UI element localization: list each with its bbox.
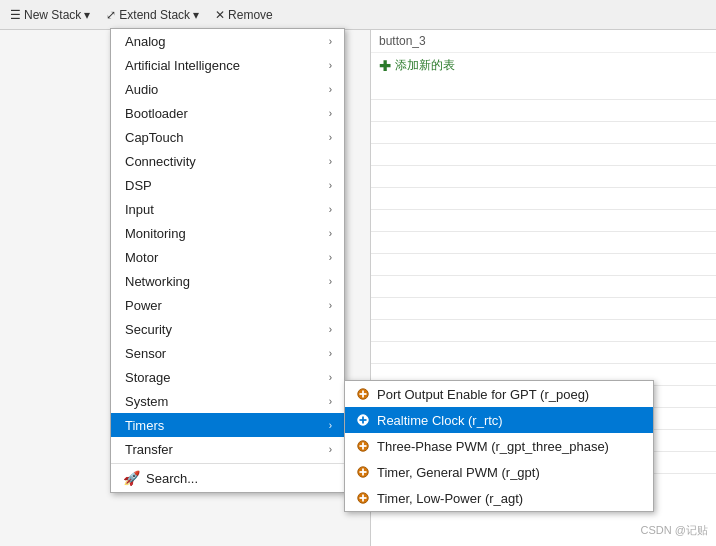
svg-rect-5: [362, 417, 364, 424]
menu-item-captouch[interactable]: CapTouch›: [111, 125, 344, 149]
menu-item-system[interactable]: System›: [111, 389, 344, 413]
toolbar: ☰ New Stack ▾ ⤢ Extend Stack ▾ ✕ Remove: [0, 0, 716, 30]
submenu-item-label: Three-Phase PWM (r_gpt_three_phase): [377, 439, 609, 454]
new-stack-button[interactable]: ☰ New Stack ▾: [4, 6, 96, 24]
extend-stack-icon: ⤢: [106, 8, 116, 22]
submenu-item-label: Timer, General PWM (r_gpt): [377, 465, 540, 480]
svg-rect-14: [362, 495, 364, 502]
gear-icon: [355, 386, 371, 402]
add-icon: ✚: [379, 58, 391, 74]
submenu-item-port[interactable]: Port Output Enable for GPT (r_poeg): [345, 381, 653, 407]
menu-item-power[interactable]: Power›: [111, 293, 344, 317]
menu-item-label: Input: [125, 202, 154, 217]
dropdown-arrow: ▾: [84, 8, 90, 22]
gear-icon: [355, 464, 371, 480]
submenu-item-label: Timer, Low-Power (r_agt): [377, 491, 523, 506]
menu-item-arrow: ›: [329, 396, 332, 407]
menu-item-transfer[interactable]: Transfer›: [111, 437, 344, 461]
menu-item-input[interactable]: Input›: [111, 197, 344, 221]
menu-item-motor[interactable]: Motor›: [111, 245, 344, 269]
grid-line: [371, 254, 716, 276]
menu-item-arrow: ›: [329, 108, 332, 119]
menu-item-label: Security: [125, 322, 172, 337]
menu-item-audio[interactable]: Audio›: [111, 77, 344, 101]
menu-item-arrow: ›: [329, 324, 332, 335]
svg-rect-2: [362, 391, 364, 398]
menu-item-analog[interactable]: Analog›: [111, 29, 344, 53]
gear-icon: [355, 490, 371, 506]
menu-item-arrow: ›: [329, 132, 332, 143]
menu-item-label: Motor: [125, 250, 158, 265]
menu-item-bootloader[interactable]: Bootloader›: [111, 101, 344, 125]
search-label: Search...: [146, 471, 198, 486]
submenu-item-timer,[interactable]: Timer, Low-Power (r_agt): [345, 485, 653, 511]
timers-submenu: Port Output Enable for GPT (r_poeg)Realt…: [344, 380, 654, 512]
gear-icon: [355, 412, 371, 428]
menu-item-label: Audio: [125, 82, 158, 97]
svg-rect-8: [362, 443, 364, 450]
menu-item-label: Power: [125, 298, 162, 313]
menu-item-artificial-intelligence[interactable]: Artificial Intelligence›: [111, 53, 344, 77]
menu-item-arrow: ›: [329, 372, 332, 383]
search-item[interactable]: 🚀Search...: [111, 463, 344, 492]
grid-line: [371, 276, 716, 298]
menu-item-dsp[interactable]: DSP›: [111, 173, 344, 197]
grid-line: [371, 122, 716, 144]
grid-line: [371, 320, 716, 342]
remove-icon: ✕: [215, 8, 225, 22]
menu-item-label: Connectivity: [125, 154, 196, 169]
menu-item-label: Transfer: [125, 442, 173, 457]
submenu-item-label: Realtime Clock (r_rtc): [377, 413, 503, 428]
submenu-item-three-phase[interactable]: Three-Phase PWM (r_gpt_three_phase): [345, 433, 653, 459]
menu-item-label: Timers: [125, 418, 164, 433]
menu-item-storage[interactable]: Storage›: [111, 365, 344, 389]
menu-item-label: Analog: [125, 34, 165, 49]
extend-stack-label: Extend Stack: [119, 8, 190, 22]
panel-title: button_3: [379, 34, 426, 48]
menu-item-arrow: ›: [329, 444, 332, 455]
grid-line: [371, 298, 716, 320]
menu-item-arrow: ›: [329, 60, 332, 71]
menu-item-label: CapTouch: [125, 130, 184, 145]
grid-line: [371, 188, 716, 210]
grid-line: [371, 100, 716, 122]
remove-label: Remove: [228, 8, 273, 22]
submenu-item-realtime[interactable]: Realtime Clock (r_rtc): [345, 407, 653, 433]
menu-item-connectivity[interactable]: Connectivity›: [111, 149, 344, 173]
menu-item-arrow: ›: [329, 84, 332, 95]
new-stack-label: New Stack: [24, 8, 81, 22]
extend-arrow: ▾: [193, 8, 199, 22]
grid-line: [371, 166, 716, 188]
menu-item-label: Monitoring: [125, 226, 186, 241]
menu-item-networking[interactable]: Networking›: [111, 269, 344, 293]
menu-item-label: Networking: [125, 274, 190, 289]
menu-item-arrow: ›: [329, 300, 332, 311]
menu-item-label: Bootloader: [125, 106, 188, 121]
menu-item-label: Sensor: [125, 346, 166, 361]
watermark: CSDN @记贴: [641, 523, 708, 538]
grid-line: [371, 232, 716, 254]
add-row-button[interactable]: ✚ 添加新的表: [371, 53, 716, 78]
menu-item-monitoring[interactable]: Monitoring›: [111, 221, 344, 245]
submenu-item-label: Port Output Enable for GPT (r_poeg): [377, 387, 589, 402]
menu-item-arrow: ›: [329, 276, 332, 287]
menu-item-arrow: ›: [329, 36, 332, 47]
menu-item-label: Artificial Intelligence: [125, 58, 240, 73]
menu-item-security[interactable]: Security›: [111, 317, 344, 341]
gear-icon: [355, 438, 371, 454]
menu-item-timers[interactable]: Timers›: [111, 413, 344, 437]
submenu-item-timer,[interactable]: Timer, General PWM (r_gpt): [345, 459, 653, 485]
grid-line: [371, 144, 716, 166]
remove-button[interactable]: ✕ Remove: [209, 6, 279, 24]
extend-stack-button[interactable]: ⤢ Extend Stack ▾: [100, 6, 205, 24]
rocket-icon: 🚀: [123, 470, 140, 486]
menu-item-arrow: ›: [329, 348, 332, 359]
menu-item-arrow: ›: [329, 252, 332, 263]
add-row-label: 添加新的表: [395, 57, 455, 74]
menu-item-label: DSP: [125, 178, 152, 193]
menu-item-label: Storage: [125, 370, 171, 385]
menu-item-sensor[interactable]: Sensor›: [111, 341, 344, 365]
grid-line: [371, 78, 716, 100]
grid-line: [371, 342, 716, 364]
panel-header: button_3: [371, 30, 716, 53]
